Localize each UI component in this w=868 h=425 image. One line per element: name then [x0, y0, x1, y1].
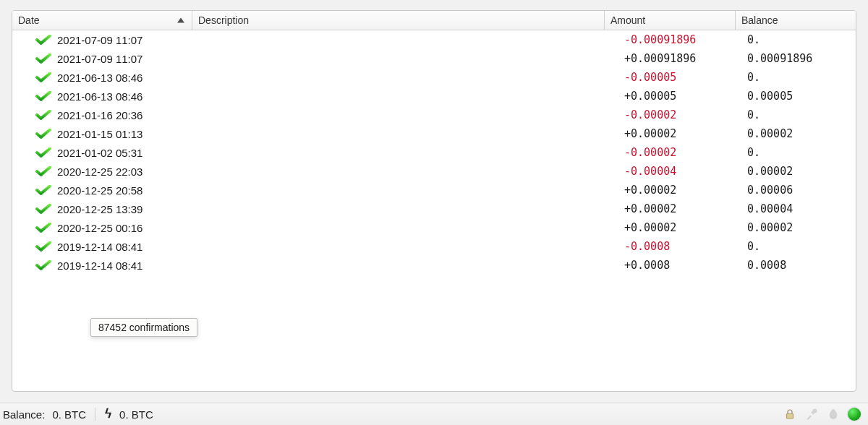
sort-ascending-icon — [177, 18, 184, 23]
cell-date: 2021-07-09 11:07 — [57, 53, 186, 65]
table-row[interactable]: 2020-12-25 13:39+0.000020.00004 — [12, 199, 856, 218]
cell-balance: 0.00004 — [743, 202, 856, 215]
confirmations-tooltip: 87452 confirmations — [90, 318, 197, 337]
column-header-description-label: Description — [198, 14, 249, 26]
balance-label: Balance: — [3, 408, 45, 421]
cell-amount: +0.00002 — [624, 202, 743, 215]
cell-balance: 0. — [743, 71, 856, 84]
cell-date: 2020-12-25 00:16 — [57, 222, 186, 234]
balance-value: 0. BTC — [52, 408, 86, 421]
cell-date: 2020-12-25 20:58 — [57, 184, 186, 197]
status-bar: Balance: 0. BTC ϟ 0. BTC — [0, 403, 868, 425]
tools-icon[interactable] — [804, 407, 819, 421]
cell-amount: +0.0008 — [624, 259, 743, 272]
cell-balance: 0.0008 — [743, 259, 856, 272]
confirmed-check-icon — [12, 35, 57, 45]
bolt-icon: ϟ — [104, 406, 112, 421]
cell-balance: 0.00091896 — [743, 52, 856, 65]
cell-amount: +0.00091896 — [624, 52, 743, 65]
table-row[interactable]: 2019-12-14 08:41+0.00080.0008 — [12, 256, 856, 275]
confirmed-check-icon — [12, 110, 57, 120]
confirmed-check-icon — [12, 147, 57, 158]
cell-amount: -0.00002 — [624, 146, 743, 159]
status-separator — [95, 408, 95, 421]
column-header-description[interactable]: Description — [192, 11, 605, 30]
table-row[interactable]: 2021-01-16 20:36-0.000020. — [12, 106, 856, 124]
network-status-icon[interactable] — [848, 408, 861, 421]
lock-icon[interactable] — [783, 407, 797, 421]
column-header-amount[interactable]: Amount — [605, 11, 736, 30]
cell-amount: +0.00002 — [624, 127, 743, 140]
table-row[interactable]: 2021-06-13 08:46-0.000050. — [12, 68, 856, 87]
cell-balance: 0.00005 — [743, 90, 856, 103]
cell-amount: -0.00005 — [624, 71, 743, 84]
column-header-balance-label: Balance — [741, 14, 778, 26]
confirmations-tooltip-text: 87452 confirmations — [98, 322, 190, 333]
cell-balance: 0. — [743, 108, 856, 121]
cell-date: 2020-12-25 13:39 — [57, 203, 186, 215]
cell-amount: -0.00091896 — [624, 33, 743, 46]
confirmed-check-icon — [12, 72, 57, 82]
table-row[interactable]: 2020-12-25 00:16+0.000020.00002 — [12, 218, 856, 237]
cell-balance: 0.00006 — [743, 184, 856, 197]
lightning-balance-value: 0. BTC — [119, 408, 153, 421]
cell-balance: 0.00002 — [743, 221, 856, 234]
status-bar-right — [783, 407, 864, 421]
column-header-date-label: Date — [18, 14, 40, 26]
confirmed-check-icon — [12, 91, 57, 101]
cell-amount: +0.00002 — [624, 221, 743, 234]
cell-amount: -0.00004 — [624, 165, 743, 178]
table-row[interactable]: 2020-12-25 22:03-0.000040.00002 — [12, 162, 856, 181]
cell-date: 2019-12-14 08:41 — [57, 241, 186, 253]
table-row[interactable]: 2021-01-02 05:31-0.000020. — [12, 143, 856, 162]
seed-icon[interactable] — [826, 407, 841, 421]
cell-amount: +0.00005 — [624, 90, 743, 103]
confirmed-check-icon — [12, 129, 57, 139]
cell-amount: +0.00002 — [624, 184, 743, 197]
cell-amount: -0.00002 — [624, 108, 743, 121]
cell-date: 2021-06-13 08:46 — [57, 90, 186, 103]
cell-date: 2021-01-02 05:31 — [57, 147, 186, 159]
table-row[interactable]: 2020-12-25 20:58+0.000020.00006 — [12, 181, 856, 199]
confirmed-check-icon — [12, 185, 57, 195]
table-row[interactable]: 2019-12-14 08:41-0.00080. — [12, 237, 856, 256]
column-header-amount-label: Amount — [610, 14, 645, 26]
cell-date: 2021-01-15 01:13 — [57, 128, 186, 140]
transactions-body[interactable]: 2021-07-09 11:07-0.000918960.2021-07-09 … — [12, 30, 856, 391]
status-bar-left: Balance: 0. BTC ϟ 0. BTC — [3, 407, 153, 422]
confirmed-check-icon — [12, 223, 57, 233]
cell-balance: 0. — [743, 240, 856, 253]
column-header-date[interactable]: Date — [12, 11, 192, 30]
confirmed-check-icon — [12, 53, 57, 64]
cell-balance: 0.00002 — [743, 127, 856, 140]
confirmed-check-icon — [12, 166, 57, 176]
table-row[interactable]: 2021-06-13 08:46+0.000050.00005 — [12, 87, 856, 106]
transactions-panel: Date Description Amount Balance 2021-07-… — [12, 10, 856, 392]
table-row[interactable]: 2021-07-09 11:07+0.000918960.00091896 — [12, 49, 856, 68]
cell-date: 2019-12-14 08:41 — [57, 259, 186, 272]
cell-date: 2021-07-09 11:07 — [57, 34, 186, 46]
svg-rect-0 — [787, 413, 793, 418]
cell-balance: 0. — [743, 146, 856, 159]
table-row[interactable]: 2021-07-09 11:07-0.000918960. — [12, 30, 856, 49]
column-header-balance[interactable]: Balance — [736, 11, 856, 30]
cell-date: 2020-12-25 22:03 — [57, 166, 186, 178]
cell-date: 2021-01-16 20:36 — [57, 109, 186, 121]
table-header: Date Description Amount Balance — [12, 11, 856, 30]
cell-date: 2021-06-13 08:46 — [57, 72, 186, 84]
confirmed-check-icon — [12, 241, 57, 252]
cell-balance: 0. — [743, 33, 856, 46]
table-row[interactable]: 2021-01-15 01:13+0.000020.00002 — [12, 124, 856, 143]
confirmed-check-icon — [12, 204, 57, 214]
cell-balance: 0.00002 — [743, 165, 856, 178]
confirmed-check-icon — [12, 260, 57, 270]
cell-amount: -0.0008 — [624, 240, 743, 253]
